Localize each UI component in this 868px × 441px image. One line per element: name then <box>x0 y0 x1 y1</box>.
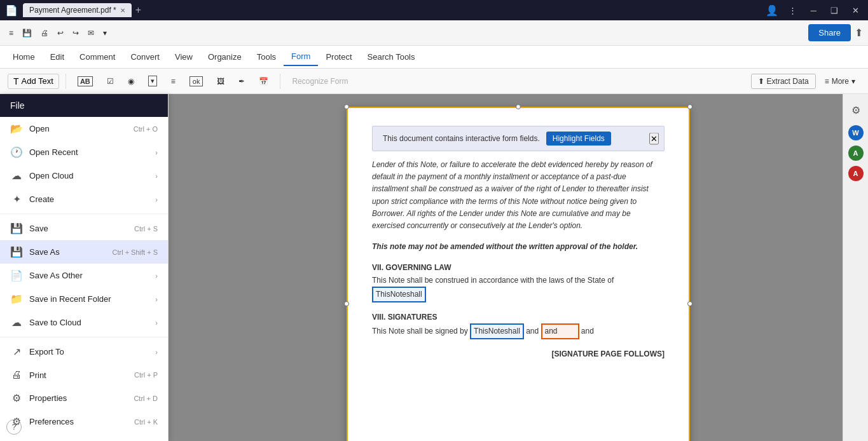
redo-button[interactable]: ↪ <box>69 26 83 40</box>
upload-button[interactable]: ⬆ <box>855 27 863 39</box>
section7-heading: VII. GOVERNING LAW <box>372 262 665 274</box>
more-button[interactable]: ≡ More ▾ <box>820 74 860 88</box>
file-save-cloud[interactable]: ☁ Save to Cloud › <box>0 311 168 334</box>
file-menu-header: File <box>0 94 168 117</box>
restore-win-button[interactable]: ❑ <box>827 4 842 17</box>
file-open-left: 📂 Open <box>10 123 50 135</box>
signature-line-text: [SIGNATURE PAGE FOLLOWS] <box>372 348 665 360</box>
add-text-label: Add Text <box>22 76 53 86</box>
bold-note-text: This note may not be amended without the… <box>372 241 665 253</box>
save-recent-folder-icon: 📁 <box>10 293 23 305</box>
menu-organize[interactable]: Organize <box>200 48 249 65</box>
menu-view[interactable]: View <box>167 48 200 65</box>
print-file-icon: 🖨 <box>10 369 23 381</box>
print-button[interactable]: 🖨 <box>37 26 52 40</box>
handle-tc <box>516 104 521 109</box>
word-avatar[interactable]: W <box>848 125 864 140</box>
menu-home[interactable]: Home <box>5 48 43 65</box>
section7-text: This Note shall be construed in accordan… <box>372 275 665 302</box>
close-win-button[interactable]: ✕ <box>848 4 863 17</box>
help-button[interactable]: ? <box>6 419 22 435</box>
export-label: Export To <box>29 347 64 356</box>
pdf-section8: VIII. SIGNATURES This Note shall be sign… <box>372 311 665 339</box>
file-open-recent[interactable]: 🕐 Open Recent › <box>0 140 168 164</box>
checkbox-button[interactable]: ☑ <box>102 74 119 88</box>
toolbar-dropdown-button[interactable]: ▾ <box>99 26 111 40</box>
signatures-field1[interactable]: ThisNoteshall <box>470 323 524 339</box>
app-icon: 📄 <box>5 4 18 17</box>
panel-settings-icon[interactable]: ⚙ <box>848 100 864 120</box>
signatures-field2[interactable]: and <box>541 323 579 339</box>
ok-button[interactable]: ok <box>184 74 209 89</box>
form-toolbar: T Add Text AB ☑ ◉ ▾ ≡ ok 🖼 ✒ 📅 Recognize… <box>0 69 868 94</box>
preferences-label: Preferences <box>29 417 74 426</box>
governing-law-field[interactable]: ThisNoteshall <box>372 287 426 302</box>
file-save-as[interactable]: 💾 Save As Ctrl + Shift + S <box>0 240 168 264</box>
undo-button[interactable]: ↩ <box>53 26 67 40</box>
toolbar1: ≡ 💾 🖨 ↩ ↪ ✉ ▾ Share ⬆ <box>0 20 868 46</box>
file-export-to[interactable]: ↗ Export To › <box>0 340 168 363</box>
file-save-left: 💾 Save <box>10 222 48 234</box>
email-button[interactable]: ✉ <box>84 26 98 40</box>
menu-edit[interactable]: Edit <box>43 48 72 65</box>
file-print[interactable]: 🖨 Print Ctrl + P <box>0 363 168 386</box>
open-label: Open <box>29 124 50 133</box>
email-icon: ✉ <box>88 29 94 37</box>
file-open-cloud[interactable]: ☁ Open Cloud › <box>0 164 168 187</box>
highlight-fields-button[interactable]: Highlight Fields <box>546 132 611 146</box>
pdf-area: This document contains interactive form … <box>169 94 868 441</box>
extract-data-button[interactable]: ⬆ Extract Data <box>751 74 816 89</box>
new-tab-button[interactable]: + <box>133 4 144 16</box>
menu-comment[interactable]: Comment <box>72 48 123 65</box>
text-field-button[interactable]: AB <box>72 74 98 89</box>
menu-convert[interactable]: Convert <box>123 48 167 65</box>
print-shortcut: Ctrl + P <box>134 371 158 379</box>
file-preferences[interactable]: ⚙ Preferences Ctrl + K <box>0 410 168 433</box>
file-create[interactable]: ✦ Create › <box>0 187 168 211</box>
title-bar-left: 📄 <box>5 4 18 17</box>
file-export-left: ↗ Export To <box>10 346 64 358</box>
text-field-icon: AB <box>78 76 93 86</box>
minimize-win-button[interactable]: ─ <box>807 4 820 17</box>
file-save-cloud-left: ☁ Save to Cloud <box>10 316 81 329</box>
file-save-as-other[interactable]: 📄 Save As Other › <box>0 264 168 287</box>
acrobat2-avatar[interactable]: A <box>848 166 864 181</box>
export-arrow-icon: › <box>155 348 158 356</box>
acrobat-avatar[interactable]: A <box>848 146 864 161</box>
radio-button[interactable]: ◉ <box>123 74 139 88</box>
open-cloud-arrow-icon: › <box>155 172 158 180</box>
save-cloud-arrow-icon: › <box>155 319 158 327</box>
ok-icon: ok <box>189 76 203 86</box>
recognize-form-button[interactable]: Recognize Form <box>287 74 353 88</box>
menu-form[interactable]: Form <box>284 48 318 66</box>
options-button[interactable]: ⋮ <box>785 4 801 17</box>
save-as-other-label: Save As Other <box>29 271 83 280</box>
list-button[interactable]: ≡ <box>166 74 181 88</box>
open-cloud-label: Open Cloud <box>29 171 73 180</box>
date-button[interactable]: 📅 <box>254 74 273 88</box>
file-save[interactable]: 💾 Save Ctrl + S <box>0 217 168 240</box>
tab-close-button[interactable]: ✕ <box>120 7 125 14</box>
file-save-recent-folder[interactable]: 📁 Save in Recent Folder › <box>0 287 168 311</box>
signature-button[interactable]: ✒ <box>233 74 250 88</box>
recognize-form-label: Recognize Form <box>292 77 348 86</box>
pdf-section7: VII. GOVERNING LAW This Note shall be co… <box>372 262 665 302</box>
file-properties[interactable]: ⚙ Properties Ctrl + D <box>0 386 168 410</box>
notification-text: This document contains interactive form … <box>383 134 540 143</box>
menu-protect[interactable]: Protect <box>318 48 359 65</box>
active-tab[interactable]: Payment Agreement.pdf * ✕ <box>23 3 132 17</box>
file-menu-title: File <box>10 100 25 111</box>
separator1 <box>65 74 66 89</box>
save-button[interactable]: 💾 <box>18 26 36 40</box>
menu-tools[interactable]: Tools <box>249 48 284 65</box>
image-button[interactable]: 🖼 <box>212 74 230 88</box>
dropdown-button[interactable]: ▾ <box>143 73 162 89</box>
menu-search-tools[interactable]: Search Tools <box>360 48 423 65</box>
add-text-container[interactable]: T Add Text <box>8 74 59 89</box>
file-open[interactable]: 📂 Open Ctrl + O <box>0 117 168 140</box>
share-button[interactable]: Share <box>808 24 851 41</box>
save-icon: 💾 <box>22 29 32 37</box>
home-menu-button[interactable]: ≡ <box>5 26 17 40</box>
save-as-label: Save As <box>29 247 60 257</box>
notification-close-button[interactable]: ✕ <box>649 133 659 145</box>
